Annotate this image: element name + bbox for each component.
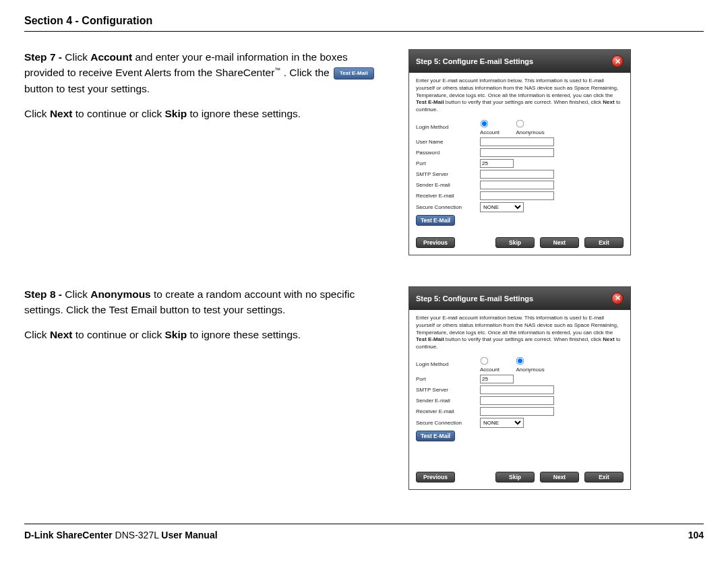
label-login-method: Login Method bbox=[416, 361, 480, 367]
dialog-description: Enter your E-mail account information be… bbox=[416, 77, 624, 114]
label-receiver: Receiver E-mail bbox=[416, 408, 480, 414]
screenshot-account: Step 5: Configure E-mail Settings ✕ Ente… bbox=[408, 49, 631, 255]
input-sender[interactable] bbox=[480, 181, 554, 189]
label-receiver: Receiver E-mail bbox=[416, 193, 480, 199]
radio-anonymous[interactable] bbox=[516, 357, 524, 365]
dialog-description: Enter your E-mail account information be… bbox=[416, 315, 624, 351]
screenshot-anonymous: Step 5: Configure E-mail Settings ✕ Ente… bbox=[408, 286, 631, 490]
step8-text: Step 8 - Click Anonymous to create a ran… bbox=[24, 286, 388, 352]
exit-button[interactable]: Exit bbox=[584, 237, 624, 248]
label-secure: Secure Connection bbox=[416, 204, 480, 210]
label-sender: Sender E-mail bbox=[416, 398, 480, 404]
input-receiver[interactable] bbox=[480, 407, 554, 416]
step7-text: Step 7 - Click Account and enter your e-… bbox=[24, 49, 388, 131]
previous-button[interactable]: Previous bbox=[416, 472, 455, 482]
test-email-button[interactable]: Test E-Mail bbox=[416, 431, 455, 441]
next-button[interactable]: Next bbox=[540, 472, 579, 482]
label-login-method: Login Method bbox=[416, 124, 480, 130]
close-icon[interactable]: ✕ bbox=[611, 55, 624, 67]
select-secure[interactable]: NONE bbox=[480, 418, 524, 428]
label-port: Port bbox=[416, 160, 480, 166]
input-smtp[interactable] bbox=[480, 385, 554, 394]
inline-test-email-button: Test E-Mail bbox=[334, 67, 374, 80]
radio-account[interactable] bbox=[481, 357, 489, 365]
radio-anonymous[interactable] bbox=[516, 120, 524, 128]
label-port: Port bbox=[416, 376, 480, 382]
step8-row: Step 8 - Click Anonymous to create a ran… bbox=[24, 286, 704, 490]
label-password: Password bbox=[416, 150, 480, 156]
skip-button[interactable]: Skip bbox=[495, 472, 535, 482]
input-smtp[interactable] bbox=[480, 170, 554, 179]
dialog-title: Step 5: Configure E-mail Settings bbox=[416, 294, 533, 303]
test-email-button[interactable]: Test E-Mail bbox=[416, 215, 455, 226]
dialog-title: Step 5: Configure E-mail Settings bbox=[416, 57, 533, 65]
close-icon[interactable]: ✕ bbox=[611, 292, 624, 305]
footer-suffix: User Manual bbox=[161, 530, 217, 540]
label-secure: Secure Connection bbox=[416, 420, 480, 426]
select-secure[interactable]: NONE bbox=[480, 202, 524, 212]
step8-lead: Step 8 - bbox=[24, 288, 62, 300]
footer-model: DNS-327L bbox=[113, 530, 162, 540]
section-header: Section 4 - Configuration bbox=[24, 15, 704, 32]
page-number: 104 bbox=[688, 530, 704, 540]
input-username[interactable] bbox=[480, 137, 554, 146]
label-username: User Name bbox=[416, 139, 480, 145]
previous-button[interactable]: Previous bbox=[416, 237, 455, 248]
exit-button[interactable]: Exit bbox=[584, 472, 624, 482]
radio-account[interactable] bbox=[481, 120, 489, 128]
input-password[interactable] bbox=[480, 148, 554, 157]
input-port[interactable] bbox=[480, 159, 514, 168]
step7-row: Step 7 - Click Account and enter your e-… bbox=[24, 49, 704, 255]
label-sender: Sender E-mail bbox=[416, 182, 480, 188]
input-sender[interactable] bbox=[480, 396, 554, 405]
step7-lead: Step 7 - bbox=[24, 51, 62, 63]
input-port[interactable] bbox=[480, 375, 514, 383]
next-button[interactable]: Next bbox=[540, 237, 579, 248]
input-receiver[interactable] bbox=[480, 191, 554, 200]
label-smtp: SMTP Server bbox=[416, 171, 480, 177]
skip-button[interactable]: Skip bbox=[495, 237, 535, 248]
label-smtp: SMTP Server bbox=[416, 387, 480, 393]
footer-brand: D-Link ShareCenter bbox=[24, 530, 113, 540]
page-footer: D-Link ShareCenter DNS-327L User Manual … bbox=[24, 524, 704, 540]
